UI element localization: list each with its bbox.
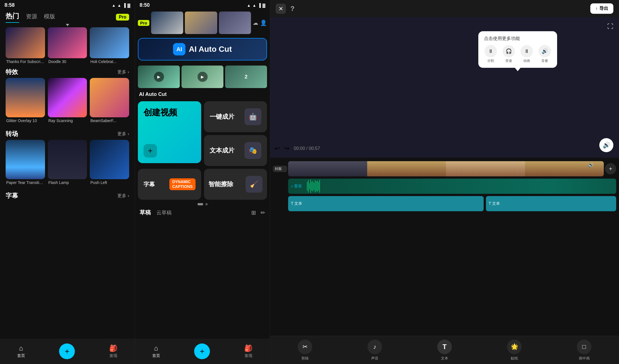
pip-icon: □ bbox=[577, 340, 591, 354]
subtitles-header: 字幕 更多 › bbox=[0, 189, 135, 202]
help-button[interactable]: ? bbox=[290, 5, 295, 13]
text-track-content-1[interactable]: T 文本 bbox=[288, 196, 484, 211]
video-preview: 点击使用更多功能 ⏸ 分割 🎧 变速 ⏸ 动画 🔊 bbox=[270, 17, 619, 158]
effects-more-btn[interactable]: 更多 › bbox=[117, 69, 129, 75]
transition-name-1: Paper Tear Transition ... bbox=[6, 179, 45, 186]
play-btn-2[interactable]: ▶ bbox=[198, 72, 208, 82]
signal-icon-2: ▐ bbox=[258, 3, 261, 8]
audio-label: 声音 bbox=[371, 356, 378, 361]
effect-card-3[interactable]: BeamSaberF... bbox=[90, 78, 129, 124]
edit-icon[interactable]: ✏ bbox=[261, 209, 265, 216]
transition-card-3[interactable]: Push Left bbox=[90, 140, 129, 186]
tab-cloud-drafts[interactable]: 云草稿 bbox=[156, 209, 172, 216]
text-label-2: T 文本 bbox=[486, 201, 503, 206]
erase-label: 智能擦除 bbox=[208, 180, 233, 188]
subtitles-title: 字幕 bbox=[6, 192, 18, 200]
dot-1 bbox=[198, 203, 203, 205]
user-icon[interactable]: 👤 bbox=[260, 19, 267, 26]
cloud-icon[interactable]: ☁ bbox=[253, 19, 258, 26]
tool-pip[interactable]: □ 画中画 bbox=[577, 340, 591, 361]
wave-bar bbox=[318, 182, 319, 190]
template-card-1[interactable]: Thanks For Subscribi... bbox=[6, 27, 45, 65]
undo-button[interactable]: ↩ bbox=[275, 145, 280, 152]
caption-erase-row: 字幕 DYNAMICCAPTIONS 智能擦除 🧹 bbox=[135, 169, 270, 202]
wifi-icon-1: ▲ bbox=[117, 3, 121, 8]
nav-discover-label-1: 发现 bbox=[109, 353, 117, 358]
tool-text[interactable]: T 文本 bbox=[437, 340, 452, 361]
subtitles-more-btn[interactable]: 更多 › bbox=[117, 193, 129, 199]
speed-tool[interactable]: 🎧 变速 bbox=[503, 45, 515, 63]
tr2-thumb-2[interactable]: ▶ bbox=[181, 66, 223, 88]
tr2-thumb-3[interactable]: 2 bbox=[225, 66, 267, 88]
dot-indicators bbox=[135, 202, 270, 206]
status-icons-1: ▲ ▲ ▐ ▓ bbox=[112, 3, 130, 8]
close-button[interactable]: ✕ bbox=[276, 4, 286, 14]
redo-button[interactable]: ↪ bbox=[284, 145, 289, 152]
effect-card-2[interactable]: Ray Scanning bbox=[48, 78, 87, 124]
effects-header: 特效 更多 › bbox=[0, 65, 135, 78]
bottom-nav-2: ⌂ 首页 + 🎒 发现 bbox=[135, 339, 270, 364]
create-video-card[interactable]: 创建视频 + bbox=[138, 101, 201, 163]
nav-home-2[interactable]: ⌂ 首页 bbox=[152, 344, 160, 358]
fullscreen-button[interactable]: ⛶ bbox=[607, 23, 613, 30]
effects-title: 特效 bbox=[6, 68, 18, 76]
erase-icon: 🧹 bbox=[246, 176, 263, 193]
discover-icon-1: 🎒 bbox=[109, 344, 118, 352]
tab-drafts[interactable]: 草稿 bbox=[140, 209, 151, 216]
ai-banner[interactable]: AI AI Auto Cut bbox=[138, 38, 267, 60]
nav-discover-1[interactable]: 🎒 发现 bbox=[109, 344, 118, 358]
nav-plus-1[interactable]: + bbox=[59, 343, 75, 359]
export-icon: ↑ bbox=[595, 6, 598, 11]
nav-home-1[interactable]: ⌂ 首页 bbox=[17, 344, 25, 358]
sound-button[interactable]: 🔊 bbox=[599, 138, 613, 152]
tab-hot[interactable]: 热门 bbox=[6, 12, 19, 23]
top-thumb-2[interactable] bbox=[185, 12, 217, 34]
tr2-thumb-1[interactable]: ▶ bbox=[138, 66, 180, 88]
nav-plus-2[interactable]: + bbox=[194, 343, 210, 359]
pro-badge-2[interactable]: Pro bbox=[138, 20, 149, 26]
animation-tool[interactable]: ⏸ 动画 bbox=[521, 45, 533, 63]
video-track-content[interactable]: 🔊 bbox=[288, 161, 604, 176]
tool-sticker[interactable]: 🌟 贴纸 bbox=[507, 340, 522, 361]
volume-tool[interactable]: 🔊 音量 bbox=[539, 45, 551, 63]
tool-audio[interactable]: ♪ 声音 bbox=[367, 340, 382, 361]
speaker-icon-video: 🔊 bbox=[588, 162, 594, 168]
play-btn-1[interactable]: ▶ bbox=[154, 72, 164, 82]
text-video-card[interactable]: 文本成片 🎭 bbox=[204, 135, 267, 166]
music-track-content[interactable]: ♪ 音乐 bbox=[288, 179, 616, 194]
nav-discover-2[interactable]: 🎒 发现 bbox=[244, 344, 253, 358]
effect-name-2: Ray Scanning bbox=[48, 117, 87, 124]
transition-card-2[interactable]: Flash Lamp bbox=[48, 140, 87, 186]
export-button[interactable]: ↑ 导出 bbox=[590, 3, 613, 14]
transition-name-3: Push Left bbox=[90, 179, 129, 186]
editor-header: ✕ ? ↑ 导出 bbox=[270, 0, 619, 17]
grid-icon[interactable]: ⊞ bbox=[251, 209, 256, 216]
tab-resources[interactable]: 资源 bbox=[26, 13, 37, 22]
transitions-more-btn[interactable]: 更多 › bbox=[117, 131, 129, 137]
text-video-icon: 🎭 bbox=[245, 142, 261, 159]
oneclick-label: 一键成片 bbox=[210, 113, 234, 121]
split-tool[interactable]: ⏸ 分割 bbox=[485, 45, 497, 63]
pro-badge-1[interactable]: Pro bbox=[116, 14, 129, 21]
add-track-button[interactable]: + bbox=[605, 163, 616, 174]
transitions-header: 转场 更多 › bbox=[0, 127, 135, 140]
template-card-3[interactable]: Holi Celebrat... bbox=[90, 27, 129, 65]
effect-card-1[interactable]: Glitter Overlay 10 bbox=[6, 78, 45, 124]
tooltip-title: 点击使用更多功能 bbox=[484, 36, 551, 42]
panel-editor: ✕ ? ↑ 导出 点击使用更多功能 ⏸ 分割 🎧 变速 bbox=[270, 0, 619, 364]
effect-name-3: BeamSaberF... bbox=[90, 117, 129, 124]
tab-templates[interactable]: 模版 bbox=[44, 13, 55, 22]
top-thumb-3[interactable] bbox=[219, 12, 251, 34]
erase-card[interactable]: 智能擦除 🧹 bbox=[204, 169, 267, 200]
tool-cut[interactable]: ✂ 剪辑 bbox=[298, 340, 312, 361]
notification-icon-1: ▲ bbox=[112, 3, 116, 8]
template-card-2[interactable]: Doodle 30 bbox=[48, 27, 87, 65]
text-icon: T bbox=[437, 340, 452, 354]
caption-card[interactable]: 字幕 DYNAMICCAPTIONS bbox=[138, 169, 201, 200]
speed-label: 变速 bbox=[505, 59, 512, 63]
transition-card-1[interactable]: Paper Tear Transition ... bbox=[6, 140, 45, 186]
text-track-content-2[interactable]: T 文本 bbox=[486, 196, 616, 211]
oneclick-card[interactable]: 一键成片 🤖 bbox=[204, 101, 267, 132]
top-thumb-1[interactable] bbox=[151, 12, 183, 34]
oneclick-icon: 🤖 bbox=[245, 108, 261, 125]
